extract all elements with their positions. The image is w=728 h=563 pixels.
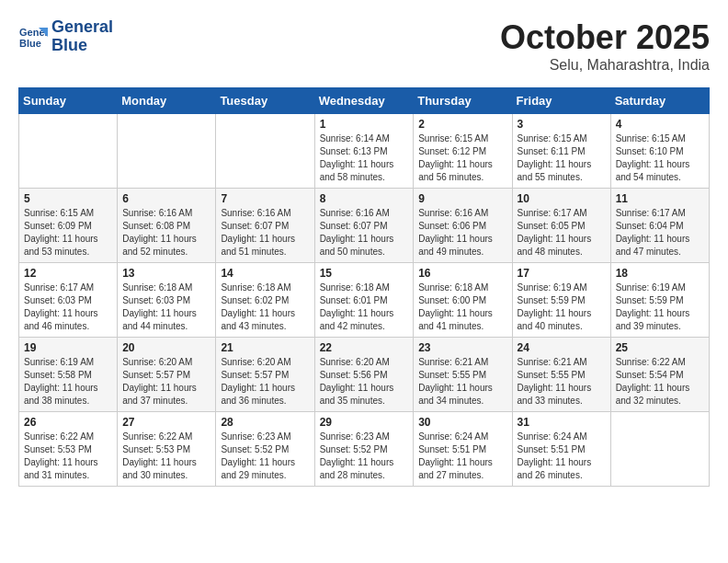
day-number: 20: [122, 341, 210, 354]
day-number: 4: [616, 118, 704, 131]
day-number: 22: [320, 341, 409, 354]
day-of-week-header: Sunday: [19, 88, 118, 114]
day-info: Sunrise: 6:21 AM Sunset: 5:55 PM Dayligh…: [418, 356, 506, 408]
day-info: Sunrise: 6:19 AM Sunset: 5:58 PM Dayligh…: [24, 356, 112, 408]
calendar-day-cell: 26Sunrise: 6:22 AM Sunset: 5:53 PM Dayli…: [19, 412, 118, 487]
calendar-day-cell: 14Sunrise: 6:18 AM Sunset: 6:02 PM Dayli…: [216, 263, 314, 338]
logo: General Blue General Blue: [18, 18, 113, 55]
calendar-day-cell: 11Sunrise: 6:17 AM Sunset: 6:04 PM Dayli…: [610, 189, 709, 263]
day-number: 2: [418, 118, 506, 131]
day-info: Sunrise: 6:24 AM Sunset: 5:51 PM Dayligh…: [418, 431, 506, 482]
calendar-empty-cell: [19, 114, 118, 189]
day-number: 24: [518, 341, 606, 354]
day-info: Sunrise: 6:15 AM Sunset: 6:10 PM Dayligh…: [616, 132, 704, 184]
day-info: Sunrise: 6:15 AM Sunset: 6:12 PM Dayligh…: [418, 132, 506, 184]
calendar-day-cell: 30Sunrise: 6:24 AM Sunset: 5:51 PM Dayli…: [414, 412, 512, 487]
day-number: 5: [24, 192, 112, 205]
day-number: 17: [518, 267, 606, 280]
day-info: Sunrise: 6:23 AM Sunset: 5:52 PM Dayligh…: [320, 431, 409, 482]
calendar-day-cell: 2Sunrise: 6:15 AM Sunset: 6:12 PM Daylig…: [414, 114, 512, 189]
day-number: 18: [616, 267, 704, 280]
calendar-day-cell: 12Sunrise: 6:17 AM Sunset: 6:03 PM Dayli…: [19, 263, 118, 338]
location: Selu, Maharashtra, India: [500, 57, 710, 74]
day-info: Sunrise: 6:20 AM Sunset: 5:57 PM Dayligh…: [122, 356, 210, 408]
day-number: 13: [122, 267, 210, 280]
day-number: 25: [616, 341, 704, 354]
day-number: 27: [122, 416, 210, 429]
day-number: 10: [518, 192, 606, 205]
calendar-empty-cell: [216, 114, 314, 189]
calendar-day-cell: 7Sunrise: 6:16 AM Sunset: 6:07 PM Daylig…: [216, 189, 314, 263]
day-info: Sunrise: 6:18 AM Sunset: 6:00 PM Dayligh…: [418, 282, 506, 333]
day-number: 6: [122, 192, 210, 205]
day-number: 3: [518, 118, 606, 131]
calendar-week-row: 5Sunrise: 6:15 AM Sunset: 6:09 PM Daylig…: [19, 189, 710, 263]
calendar-day-cell: 15Sunrise: 6:18 AM Sunset: 6:01 PM Dayli…: [314, 263, 414, 338]
calendar-day-cell: 1Sunrise: 6:14 AM Sunset: 6:13 PM Daylig…: [314, 114, 414, 189]
day-of-week-header: Tuesday: [216, 88, 314, 114]
day-number: 11: [616, 192, 704, 205]
calendar-day-cell: 16Sunrise: 6:18 AM Sunset: 6:00 PM Dayli…: [414, 263, 512, 338]
day-info: Sunrise: 6:20 AM Sunset: 5:57 PM Dayligh…: [221, 356, 309, 408]
calendar-day-cell: 3Sunrise: 6:15 AM Sunset: 6:11 PM Daylig…: [512, 114, 610, 189]
logo-text: General Blue: [51, 18, 113, 55]
day-of-week-header: Saturday: [610, 88, 709, 114]
calendar-day-cell: 29Sunrise: 6:23 AM Sunset: 5:52 PM Dayli…: [314, 412, 414, 487]
day-info: Sunrise: 6:15 AM Sunset: 6:11 PM Dayligh…: [518, 132, 606, 184]
svg-text:Blue: Blue: [19, 38, 41, 49]
day-number: 29: [320, 416, 409, 429]
page-header: General Blue General Blue October 2025 S…: [18, 18, 710, 74]
day-info: Sunrise: 6:16 AM Sunset: 6:08 PM Dayligh…: [122, 207, 210, 259]
calendar-header-row: SundayMondayTuesdayWednesdayThursdayFrid…: [19, 88, 710, 114]
day-info: Sunrise: 6:15 AM Sunset: 6:09 PM Dayligh…: [24, 207, 112, 259]
day-number: 19: [24, 341, 112, 354]
day-of-week-header: Thursday: [414, 88, 512, 114]
logo-icon: General Blue: [18, 24, 48, 50]
day-info: Sunrise: 6:17 AM Sunset: 6:05 PM Dayligh…: [518, 207, 606, 259]
day-info: Sunrise: 6:21 AM Sunset: 5:55 PM Dayligh…: [518, 356, 606, 408]
calendar-day-cell: 23Sunrise: 6:21 AM Sunset: 5:55 PM Dayli…: [414, 338, 512, 412]
calendar-day-cell: 25Sunrise: 6:22 AM Sunset: 5:54 PM Dayli…: [610, 338, 709, 412]
day-info: Sunrise: 6:24 AM Sunset: 5:51 PM Dayligh…: [518, 431, 606, 482]
day-number: 8: [320, 192, 409, 205]
calendar-day-cell: 4Sunrise: 6:15 AM Sunset: 6:10 PM Daylig…: [610, 114, 709, 189]
calendar-day-cell: 20Sunrise: 6:20 AM Sunset: 5:57 PM Dayli…: [118, 338, 216, 412]
day-number: 12: [24, 267, 112, 280]
day-info: Sunrise: 6:17 AM Sunset: 6:03 PM Dayligh…: [24, 282, 112, 333]
calendar-day-cell: 9Sunrise: 6:16 AM Sunset: 6:06 PM Daylig…: [414, 189, 512, 263]
day-of-week-header: Friday: [512, 88, 610, 114]
calendar-day-cell: 28Sunrise: 6:23 AM Sunset: 5:52 PM Dayli…: [216, 412, 314, 487]
day-number: 21: [221, 341, 309, 354]
day-info: Sunrise: 6:16 AM Sunset: 6:06 PM Dayligh…: [418, 207, 506, 259]
calendar-day-cell: 10Sunrise: 6:17 AM Sunset: 6:05 PM Dayli…: [512, 189, 610, 263]
day-info: Sunrise: 6:23 AM Sunset: 5:52 PM Dayligh…: [221, 431, 309, 482]
day-info: Sunrise: 6:18 AM Sunset: 6:02 PM Dayligh…: [221, 282, 309, 333]
calendar-day-cell: 8Sunrise: 6:16 AM Sunset: 6:07 PM Daylig…: [314, 189, 414, 263]
calendar-day-cell: 24Sunrise: 6:21 AM Sunset: 5:55 PM Dayli…: [512, 338, 610, 412]
calendar-day-cell: 13Sunrise: 6:18 AM Sunset: 6:03 PM Dayli…: [118, 263, 216, 338]
day-info: Sunrise: 6:16 AM Sunset: 6:07 PM Dayligh…: [221, 207, 309, 259]
day-info: Sunrise: 6:22 AM Sunset: 5:53 PM Dayligh…: [24, 431, 112, 482]
calendar-day-cell: 31Sunrise: 6:24 AM Sunset: 5:51 PM Dayli…: [512, 412, 610, 487]
calendar-week-row: 26Sunrise: 6:22 AM Sunset: 5:53 PM Dayli…: [19, 412, 710, 487]
title-section: October 2025 Selu, Maharashtra, India: [500, 18, 710, 74]
calendar-day-cell: 5Sunrise: 6:15 AM Sunset: 6:09 PM Daylig…: [19, 189, 118, 263]
day-number: 28: [221, 416, 309, 429]
calendar-week-row: 12Sunrise: 6:17 AM Sunset: 6:03 PM Dayli…: [19, 263, 710, 338]
day-of-week-header: Wednesday: [314, 88, 414, 114]
day-number: 16: [418, 267, 506, 280]
calendar-day-cell: 27Sunrise: 6:22 AM Sunset: 5:53 PM Dayli…: [118, 412, 216, 487]
day-info: Sunrise: 6:22 AM Sunset: 5:54 PM Dayligh…: [616, 356, 704, 408]
calendar-table: SundayMondayTuesdayWednesdayThursdayFrid…: [18, 87, 710, 487]
calendar-day-cell: 21Sunrise: 6:20 AM Sunset: 5:57 PM Dayli…: [216, 338, 314, 412]
day-number: 9: [418, 192, 506, 205]
day-number: 30: [418, 416, 506, 429]
calendar-day-cell: 18Sunrise: 6:19 AM Sunset: 5:59 PM Dayli…: [610, 263, 709, 338]
month-title: October 2025: [500, 18, 710, 57]
day-info: Sunrise: 6:20 AM Sunset: 5:56 PM Dayligh…: [320, 356, 409, 408]
calendar-day-cell: 19Sunrise: 6:19 AM Sunset: 5:58 PM Dayli…: [19, 338, 118, 412]
day-info: Sunrise: 6:18 AM Sunset: 6:03 PM Dayligh…: [122, 282, 210, 333]
day-number: 31: [518, 416, 606, 429]
calendar-day-cell: 17Sunrise: 6:19 AM Sunset: 5:59 PM Dayli…: [512, 263, 610, 338]
day-info: Sunrise: 6:16 AM Sunset: 6:07 PM Dayligh…: [320, 207, 409, 259]
